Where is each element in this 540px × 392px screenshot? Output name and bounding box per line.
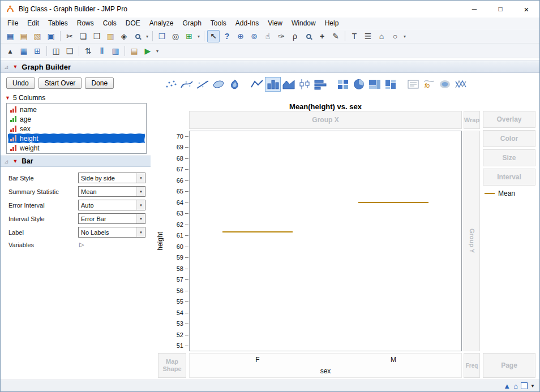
text-tool-icon[interactable]: T	[348, 30, 361, 42]
grid-icon[interactable]: ▤	[128, 45, 140, 57]
drop-zone-page[interactable]: Page	[483, 353, 535, 378]
brush-tool-icon[interactable]: ✑	[275, 30, 288, 42]
drop-zone-size[interactable]: Size	[483, 149, 535, 166]
close-button[interactable]: ×	[513, 1, 539, 18]
palette-ellipse-icon[interactable]	[211, 77, 226, 92]
start-over-button[interactable]: Start Over	[38, 77, 82, 89]
drop-zone-map-shape[interactable]: Map Shape	[158, 353, 186, 378]
copy-icon[interactable]: ❏	[77, 30, 89, 42]
menu-rows[interactable]: Rows	[72, 18, 98, 28]
red-triangle-menu-icon[interactable]: ▼	[5, 95, 10, 101]
journal-icon[interactable]: ▥	[104, 30, 117, 42]
add-rows-icon[interactable]: ⊞	[183, 30, 195, 42]
save-icon[interactable]: ▣	[45, 30, 57, 42]
palette-density-icon[interactable]	[437, 77, 453, 92]
annotate-tool-icon[interactable]: ✎	[329, 30, 342, 42]
new-journal-icon[interactable]: ▤	[18, 30, 30, 42]
menu-tools[interactable]: Tools	[206, 18, 231, 28]
label-option-select[interactable]: No Labels ▾	[78, 227, 145, 238]
chevron-down-icon[interactable]: ▾	[136, 227, 145, 237]
home-icon[interactable]: ⌂	[513, 382, 518, 390]
palette-contour-icon[interactable]	[226, 77, 242, 92]
palette-mosaic-icon[interactable]	[383, 77, 398, 92]
chevron-down-icon[interactable]: ▾	[136, 187, 145, 196]
plot-area[interactable]	[189, 131, 462, 351]
collapse-icon[interactable]: ⊿	[4, 158, 8, 165]
legend-item-mean[interactable]: Mean	[485, 189, 515, 197]
new-window-icon[interactable]: ◫	[50, 45, 62, 57]
palette-smoother-icon[interactable]	[179, 77, 195, 92]
tabulate-icon[interactable]: ▦	[18, 45, 30, 57]
status-dropdown-caret-icon[interactable]: ▼	[530, 384, 535, 389]
drop-zone-freq[interactable]: Freq	[464, 353, 480, 378]
palette-points-icon[interactable]	[163, 77, 179, 92]
variables-disclosure-icon[interactable]: ▷	[79, 241, 84, 248]
globe-tool-icon[interactable]: ⊚	[248, 30, 260, 42]
palette-caption-box-icon[interactable]	[405, 77, 421, 92]
menu-tables[interactable]: Tables	[44, 18, 72, 28]
menu-edit[interactable]: Edit	[23, 18, 44, 28]
column-item-name[interactable]: name	[8, 105, 145, 114]
chevron-down-icon[interactable]: ▾	[136, 173, 145, 183]
column-item-sex[interactable]: sex	[8, 124, 145, 133]
error-interval-select[interactable]: Auto ▾	[78, 200, 145, 210]
copy-window-icon[interactable]: ❐	[156, 30, 168, 42]
zoom-plus-tool-icon[interactable]: +	[316, 30, 328, 42]
run-script-icon[interactable]: ▶	[142, 45, 154, 57]
minimize-button[interactable]: ─	[461, 1, 487, 18]
red-triangle-menu-icon[interactable]: ▼	[12, 158, 18, 164]
interval-style-select[interactable]: Error Bar ▾	[78, 213, 145, 224]
palette-treemap-icon[interactable]	[367, 77, 383, 92]
x-axis-area[interactable]: FM sex	[189, 353, 462, 378]
menu-view[interactable]: View	[263, 18, 287, 28]
summary-statistic-select[interactable]: Mean ▾	[78, 186, 145, 197]
palette-histogram-icon[interactable]	[312, 77, 328, 92]
drop-zone-wrap[interactable]: Wrap	[464, 111, 480, 129]
up-arrow-icon[interactable]: ▲	[503, 382, 511, 390]
toolbar-overflow-caret[interactable]	[196, 34, 202, 39]
palette-area-icon[interactable]	[281, 77, 297, 92]
scroller-tool-icon[interactable]: ☰	[362, 30, 374, 42]
menu-doe[interactable]: DOE	[121, 18, 145, 28]
palette-parallel-icon[interactable]	[453, 77, 469, 92]
drop-zone-group-x[interactable]: Group X	[189, 111, 462, 129]
palette-pie-icon[interactable]	[351, 77, 367, 92]
polygon-tool-icon[interactable]: ⌂	[375, 30, 388, 42]
palette-bar-icon[interactable]	[265, 77, 281, 92]
drop-zone-color[interactable]: Color	[483, 130, 535, 147]
toolbar-overflow-caret[interactable]	[144, 34, 150, 39]
lasso-tool-icon[interactable]: ρ	[289, 30, 301, 42]
magnifier-tool-icon[interactable]	[302, 30, 315, 42]
column-switcher-icon[interactable]: ‖	[96, 45, 108, 57]
new-data-table-icon[interactable]: ▦	[4, 30, 16, 42]
done-button[interactable]: Done	[85, 77, 114, 89]
edit-table-icon[interactable]: ⊞	[31, 45, 44, 57]
menu-file[interactable]: File	[3, 18, 23, 28]
columns-panel-header[interactable]: ▼ 5 Columns	[5, 94, 45, 102]
chevron-down-icon[interactable]: ▾	[136, 200, 145, 210]
column-item-height[interactable]: height	[8, 133, 145, 143]
menu-analyze[interactable]: Analyze	[145, 18, 178, 28]
collapse-report-icon[interactable]: ⊿	[4, 64, 8, 70]
palette-line-of-fit-icon[interactable]	[195, 77, 211, 92]
search-icon[interactable]	[131, 30, 144, 42]
summary-icon[interactable]: ▴	[4, 45, 16, 57]
red-triangle-menu-icon[interactable]: ▼	[12, 64, 18, 70]
open-icon[interactable]: ▧	[31, 30, 44, 42]
window-thumbnail-icon[interactable]	[521, 382, 528, 389]
column-item-age[interactable]: age	[8, 114, 145, 124]
oval-tool-icon[interactable]: ○	[389, 30, 401, 42]
palette-heatmap-icon[interactable]	[335, 77, 351, 92]
crosshair-tool-icon[interactable]: ⊕	[234, 30, 247, 42]
lock-icon[interactable]: ◈	[118, 30, 130, 42]
sort-icon[interactable]: ⇅	[82, 45, 95, 57]
menu-add-ins[interactable]: Add-Ins	[231, 18, 263, 28]
menu-cols[interactable]: Cols	[98, 18, 121, 28]
column-item-weight[interactable]: weight	[8, 143, 145, 153]
paste-icon[interactable]: ❒	[91, 30, 103, 42]
undo-button[interactable]: Undo	[6, 77, 35, 89]
layout-icon[interactable]: ❏	[63, 45, 76, 57]
menu-graph[interactable]: Graph	[178, 18, 205, 28]
drop-zone-overlay[interactable]: Overlay	[483, 111, 535, 128]
maximize-button[interactable]: □	[487, 1, 513, 18]
